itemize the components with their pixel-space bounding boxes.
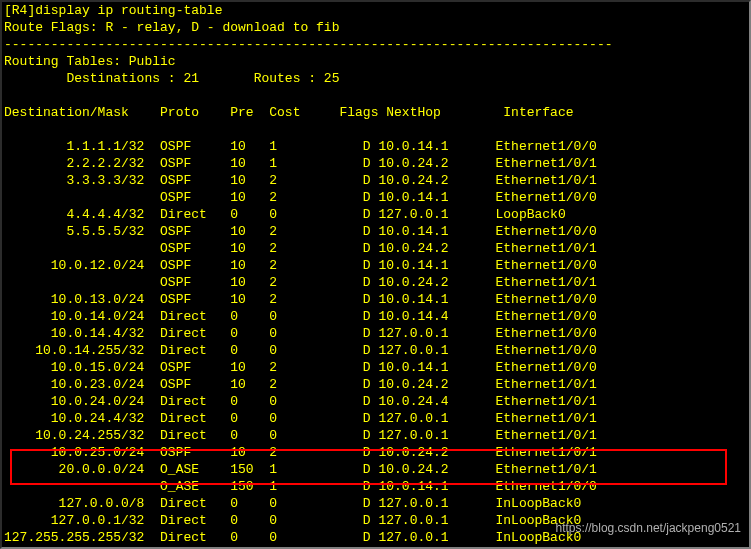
routing-table-body: 1.1.1.1/32 OSPF 10 1 D 10.0.14.1 Etherne… — [2, 138, 749, 549]
table-row: 4.4.4.4/32 Direct 0 0 D 127.0.0.1 LoopBa… — [2, 206, 749, 223]
table-row: OSPF 10 2 D 10.0.24.2 Ethernet1/0/1 — [2, 240, 749, 257]
table-row: 3.3.3.3/32 OSPF 10 2 D 10.0.24.2 Etherne… — [2, 172, 749, 189]
table-row: 10.0.12.0/24 OSPF 10 2 D 10.0.14.1 Ether… — [2, 257, 749, 274]
table-row: 20.0.0.0/24 O_ASE 150 1 D 10.0.24.2 Ethe… — [2, 461, 749, 478]
table-row: 10.0.24.4/32 Direct 0 0 D 127.0.0.1 Ethe… — [2, 410, 749, 427]
table-row: 10.0.24.0/24 Direct 0 0 D 10.0.24.4 Ethe… — [2, 393, 749, 410]
table-row: 10.0.14.255/32 Direct 0 0 D 127.0.0.1 Et… — [2, 342, 749, 359]
separator: ----------------------------------------… — [2, 36, 744, 53]
route-flags-legend: Route Flags: R - relay, D - download to … — [2, 19, 749, 36]
table-row: 10.0.13.0/24 OSPF 10 2 D 10.0.14.1 Ether… — [2, 291, 749, 308]
table-header: Destination/Mask Proto Pre Cost Flags Ne… — [2, 104, 749, 121]
table-row: 5.5.5.5/32 OSPF 10 2 D 10.0.14.1 Etherne… — [2, 223, 749, 240]
table-row: OSPF 10 2 D 10.0.14.1 Ethernet1/0/0 — [2, 189, 749, 206]
blank-line — [2, 121, 749, 138]
table-row: 127.255.255.255/32 Direct 0 0 D 127.0.0.… — [2, 529, 749, 546]
routing-summary: Destinations : 21 Routes : 25 — [2, 70, 749, 87]
command-line: [R4]display ip routing-table — [2, 2, 749, 19]
table-row: 1.1.1.1/32 OSPF 10 1 D 10.0.14.1 Etherne… — [2, 138, 749, 155]
table-row: 10.0.25.0/24 OSPF 10 2 D 10.0.24.2 Ether… — [2, 444, 749, 461]
routing-table-title: Routing Tables: Public — [2, 53, 749, 70]
table-row: O_ASE 150 1 D 10.0.14.1 Ethernet1/0/0 — [2, 478, 749, 495]
table-row: 2.2.2.2/32 OSPF 10 1 D 10.0.24.2 Etherne… — [2, 155, 749, 172]
table-row: 127.0.0.1/32 Direct 0 0 D 127.0.0.1 InLo… — [2, 512, 749, 529]
blank-line — [2, 87, 749, 104]
table-row: 10.0.23.0/24 OSPF 10 2 D 10.0.24.2 Ether… — [2, 376, 749, 393]
table-row: 10.0.14.4/32 Direct 0 0 D 127.0.0.1 Ethe… — [2, 325, 749, 342]
table-row: 10.0.14.0/24 Direct 0 0 D 10.0.14.4 Ethe… — [2, 308, 749, 325]
table-row: 10.0.24.255/32 Direct 0 0 D 127.0.0.1 Et… — [2, 427, 749, 444]
table-row: 127.0.0.0/8 Direct 0 0 D 127.0.0.1 InLoo… — [2, 495, 749, 512]
table-row: OSPF 10 2 D 10.0.24.2 Ethernet1/0/1 — [2, 274, 749, 291]
terminal-window[interactable]: [R4]display ip routing-table Route Flags… — [0, 0, 751, 549]
table-row: 10.0.15.0/24 OSPF 10 2 D 10.0.14.1 Ether… — [2, 359, 749, 376]
